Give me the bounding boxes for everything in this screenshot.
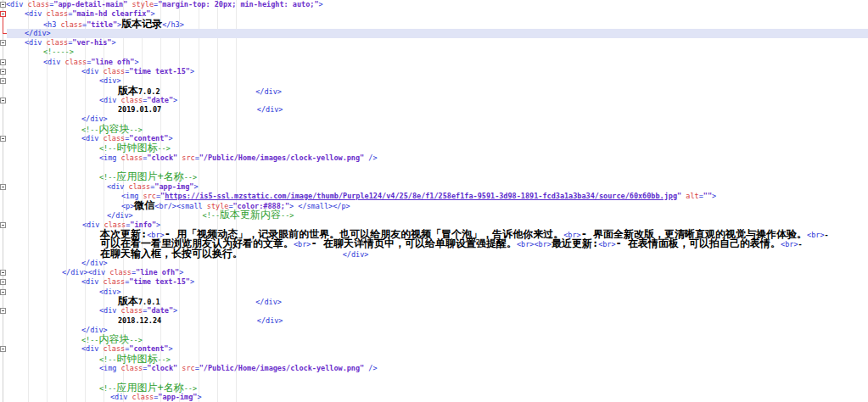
code-token: --> (184, 173, 197, 181)
code-line[interactable]: 2019.01.07 </div> (0, 105, 868, 114)
code-token: </div> (25, 29, 51, 37)
fold-marker[interactable] (0, 184, 6, 190)
code-token: class (104, 277, 126, 286)
code-token: class (129, 182, 151, 191)
fold-marker[interactable] (0, 279, 6, 285)
fold-marker[interactable] (0, 136, 6, 142)
fold-marker[interactable] (0, 11, 6, 17)
code-line[interactable]: <div class="line ofh"> (0, 58, 868, 67)
fold-marker[interactable] (0, 270, 6, 276)
code-line[interactable]: <img class="clock" src="/Public/Home/ima… (0, 154, 868, 163)
code-line[interactable]: <!--内容块--> (0, 335, 868, 344)
code-token: - 在表情面板，可以拍自己的表情。 (616, 237, 781, 249)
code-token: --> (129, 126, 142, 134)
code-token: class (121, 96, 143, 104)
code-token: </div> (107, 211, 133, 220)
code-line[interactable]: 版本7.0.1 </div> (0, 297, 868, 306)
code-line[interactable]: <!--应用图片+名称--> (0, 383, 868, 393)
code-line[interactable]: <!--内容块--> (0, 125, 868, 134)
code-token: <!-- (81, 126, 98, 134)
code-line[interactable]: </div><div class="line ofh"> (0, 268, 868, 277)
code-token: </div> (257, 105, 283, 114)
code-line[interactable]: <div class="app-img"> (0, 182, 868, 192)
code-line[interactable]: <p>微信<br/><small style="color:#888;"> </… (0, 201, 868, 210)
code-token: > (111, 38, 115, 47)
code-token: 2019.01.07 (118, 105, 161, 114)
code-token: --> (157, 144, 170, 153)
code-token: <img (99, 154, 121, 162)
code-line[interactable]: </div> (0, 114, 868, 124)
code-token: style (132, 0, 154, 8)
code-token: <!-- (81, 336, 98, 344)
code-line[interactable]: <img src="https://is5-ssl.mzstatic.com/i… (0, 192, 868, 201)
code-line[interactable]: <div class="app-detail-main" style="marg… (0, 0, 868, 9)
code-line[interactable]: 2018.12.24 </div> (0, 316, 868, 326)
code-line[interactable]: <!--时钟图标--> (0, 143, 868, 153)
code-token: <!-- (99, 355, 116, 364)
code-token: <div (81, 67, 104, 75)
code-token: > (179, 268, 183, 276)
code-token: <div (81, 344, 104, 353)
code-token: <div (43, 58, 65, 66)
code-line[interactable]: <div class="ver-his"> (0, 38, 868, 47)
code-token: > (193, 182, 198, 191)
code-token: class (121, 364, 143, 372)
code-token: "ver-his" (72, 38, 111, 47)
fold-collapse-icon (2, 187, 4, 187)
fold-marker[interactable] (0, 308, 6, 314)
fold-collapse-icon (2, 349, 4, 349)
code-line[interactable]: <!----> (0, 47, 868, 57)
code-token: "" (703, 192, 712, 200)
code-token: --> (184, 384, 197, 393)
fold-collapse-icon (2, 138, 4, 139)
fold-marker[interactable] (0, 98, 6, 103)
code-token: > (173, 306, 177, 315)
code-token: <!-- (99, 144, 116, 153)
code-token: <div (107, 182, 129, 191)
code-line[interactable]: </div> <!--版本更新内容--> (0, 210, 868, 220)
code-token: <div (99, 306, 121, 315)
code-token: 版本记录 (121, 18, 162, 30)
fold-marker[interactable] (0, 69, 6, 75)
code-line[interactable]: 在聊天输入框，长按可以换行。 </div> (0, 249, 868, 259)
code-token: <br><br> (517, 240, 552, 248)
fold-collapse-icon (2, 225, 4, 226)
code-line[interactable]: 版本7.0.2 </div> (0, 87, 868, 96)
fold-collapse-icon (2, 62, 4, 63)
fold-collapse-icon (2, 81, 4, 81)
code-token: "line ofh" (136, 268, 179, 276)
code-line[interactable]: <div class="time text-15"> (0, 67, 868, 76)
code-token: > (168, 344, 172, 353)
fold-marker[interactable] (0, 40, 6, 46)
code-token: <!-- (99, 384, 116, 393)
code-token: <br> (781, 240, 798, 248)
code-token: <img (99, 364, 121, 372)
code-token: class (132, 393, 154, 401)
code-line[interactable]: <div class="date"> (0, 306, 868, 315)
code-line[interactable]: <img class="clock" src="/Public/Home/ima… (0, 364, 868, 373)
code-editor[interactable]: <div class="app-detail-main" style="marg… (0, 0, 868, 402)
code-line[interactable]: <h3 class="title">版本记录</h3> (0, 20, 868, 29)
fold-marker[interactable] (0, 78, 6, 84)
code-token: "app-img" (158, 393, 197, 401)
fold-marker[interactable] (0, 346, 6, 352)
code-line[interactable]: </div> (0, 29, 868, 38)
code-token: <div (6, 0, 28, 8)
code-line[interactable]: <div class="time text-15"> (0, 277, 868, 287)
code-line[interactable]: <div class="date"> (0, 96, 868, 105)
code-token: </div> (255, 298, 282, 306)
fold-marker[interactable] (0, 59, 6, 65)
code-line[interactable]: <div class="app-img"> (0, 393, 868, 402)
fold-marker[interactable] (0, 222, 6, 228)
code-token: 7.0.1 (138, 298, 160, 306)
code-token: <!----> (43, 47, 74, 56)
code-line[interactable]: <!--应用图片+名称--> (0, 172, 868, 181)
code-line[interactable]: <!--时钟图标--> (0, 355, 868, 364)
code-token: "clock" (147, 154, 177, 162)
code-line[interactable]: </div> (0, 326, 868, 335)
code-line[interactable]: </div> (0, 259, 868, 268)
code-token: > (156, 221, 160, 229)
code-token: class (104, 67, 126, 75)
fold-marker[interactable] (0, 2, 6, 8)
fold-marker[interactable] (0, 289, 6, 295)
